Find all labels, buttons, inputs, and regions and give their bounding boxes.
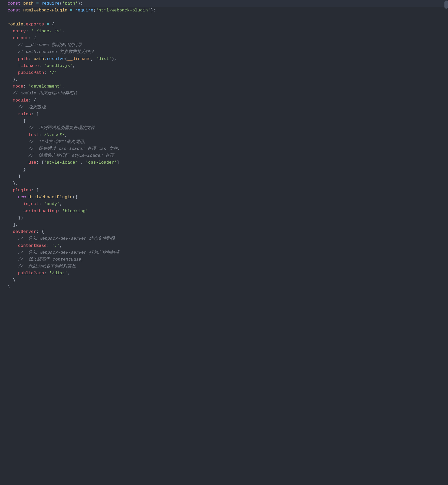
token-str: 'style-loader' bbox=[44, 160, 80, 165]
code-line[interactable] bbox=[8, 14, 448, 21]
token-punct: : bbox=[26, 29, 31, 34]
token-prop: mode bbox=[13, 84, 23, 89]
code-line[interactable]: rules: [ bbox=[8, 111, 448, 118]
code-line[interactable]: test: /\.css$/, bbox=[8, 132, 448, 138]
token-cmt: // 规则数组 bbox=[18, 105, 46, 110]
token-punct: : { bbox=[29, 36, 36, 40]
code-line[interactable]: // 规则数组 bbox=[8, 104, 448, 111]
code-line[interactable]: // 告知 webpack-dev-server 打包产物的路径 bbox=[8, 249, 448, 256]
token-punct bbox=[8, 160, 29, 165]
line-number bbox=[0, 21, 6, 28]
code-line[interactable]: entry: './index.js', bbox=[8, 28, 448, 35]
code-line[interactable]: const HtmlWebpackPlugin = require('html-… bbox=[8, 7, 448, 14]
code-line[interactable]: } bbox=[8, 166, 448, 173]
code-line[interactable]: // path.resolve 将参数拼接为路径 bbox=[8, 48, 448, 55]
token-punct: : [ bbox=[31, 188, 39, 193]
code-line[interactable]: plugins: [ bbox=[8, 187, 448, 194]
token-punct bbox=[8, 56, 18, 61]
token-punct: , bbox=[67, 271, 70, 276]
token-punct bbox=[8, 42, 18, 47]
token-cmt: // 即先通过 css-loader 处理 css 文件, bbox=[29, 146, 120, 151]
code-line[interactable]: // 即先通过 css-loader 处理 css 文件, bbox=[8, 145, 448, 152]
token-punct bbox=[8, 209, 23, 213]
token-prop: path bbox=[18, 56, 29, 61]
code-editor[interactable]: const path = require('path');const HtmlW… bbox=[0, 0, 448, 485]
token-var: path bbox=[23, 1, 34, 6]
line-number bbox=[0, 41, 6, 48]
token-punct bbox=[8, 229, 13, 234]
code-line[interactable]: inject: 'body', bbox=[8, 201, 448, 207]
vertical-scrollbar[interactable] bbox=[444, 0, 448, 485]
token-punct bbox=[67, 8, 70, 13]
token-punct bbox=[8, 236, 18, 241]
token-op: = bbox=[47, 22, 49, 27]
code-line[interactable]: }) bbox=[8, 215, 448, 221]
token-cmt: // **从右到左**依次调用, bbox=[29, 139, 87, 144]
token-prop: output bbox=[13, 36, 28, 40]
token-punct: ( bbox=[93, 8, 96, 13]
code-line[interactable]: // 优先级高于 contentBase, bbox=[8, 256, 448, 263]
token-punct: : bbox=[23, 84, 28, 89]
code-line[interactable]: scriptLoading: 'blocking' bbox=[8, 208, 448, 215]
code-line[interactable]: module: { bbox=[8, 97, 448, 104]
token-punct: , bbox=[60, 202, 62, 206]
line-number bbox=[0, 83, 6, 90]
token-var: HtmlWebpackPlugin bbox=[23, 8, 67, 13]
code-line[interactable]: publicPath: '/' bbox=[8, 69, 448, 76]
token-prop: scriptLoading bbox=[23, 209, 57, 213]
code-line[interactable]: use: ['style-loader', 'css-loader'] bbox=[8, 159, 448, 166]
code-line[interactable]: output: { bbox=[8, 35, 448, 41]
code-line[interactable]: // 随后将产物进行 style-loader 处理 bbox=[8, 152, 448, 159]
code-line[interactable]: }, bbox=[8, 180, 448, 187]
code-line[interactable]: const path = require('path'); bbox=[8, 0, 448, 7]
code-line[interactable]: ], bbox=[8, 221, 448, 228]
code-line[interactable]: filename: 'bundle.js', bbox=[8, 62, 448, 69]
code-area[interactable]: const path = require('path');const HtmlW… bbox=[7, 0, 448, 485]
scrollbar-thumb[interactable] bbox=[444, 1, 448, 9]
code-line[interactable]: ] bbox=[8, 173, 448, 180]
code-line[interactable]: module.exports = { bbox=[8, 21, 448, 28]
token-punct: ], bbox=[8, 222, 18, 227]
token-punct: , bbox=[62, 84, 65, 89]
token-prop: entry bbox=[13, 29, 26, 34]
token-str: 'dist' bbox=[96, 56, 111, 61]
code-line[interactable]: path: path.resolve(__dirname, 'dist'), bbox=[8, 55, 448, 62]
token-punct bbox=[8, 125, 29, 130]
token-punct: : bbox=[29, 56, 34, 61]
line-number bbox=[0, 208, 6, 215]
token-punct bbox=[8, 202, 23, 206]
code-line[interactable]: { bbox=[8, 118, 448, 124]
line-number bbox=[0, 270, 6, 277]
code-line[interactable]: // module 用来处理不同类模块 bbox=[8, 90, 448, 97]
token-punct: } bbox=[8, 278, 16, 283]
code-line[interactable]: // **从右到左**依次调用, bbox=[8, 138, 448, 145]
token-prop: publicPath bbox=[18, 70, 44, 75]
token-punct: ( bbox=[60, 1, 62, 6]
code-line[interactable]: }, bbox=[8, 76, 448, 83]
code-line[interactable]: devServer: { bbox=[8, 228, 448, 235]
token-prop: use bbox=[29, 160, 36, 165]
line-number bbox=[0, 152, 6, 159]
token-punct: ), bbox=[111, 56, 117, 61]
code-line[interactable]: // 此处为域名下的绝对路径 bbox=[8, 263, 448, 270]
code-line[interactable]: new HtmlWebpackPlugin({ bbox=[8, 194, 448, 201]
token-punct: }, bbox=[8, 77, 18, 82]
token-punct: : bbox=[39, 63, 44, 68]
code-line[interactable]: // __dirname 指明项目的目录 bbox=[8, 41, 448, 48]
token-str: 'css-loader' bbox=[86, 160, 117, 165]
token-prop: rules bbox=[18, 112, 31, 117]
token-punct bbox=[44, 22, 47, 27]
code-line[interactable]: mode: 'development', bbox=[8, 83, 448, 90]
token-punct: , bbox=[80, 160, 86, 165]
token-cmt: // 优先级高于 contentBase, bbox=[18, 257, 84, 262]
code-line[interactable]: } bbox=[8, 277, 448, 284]
token-punct bbox=[8, 29, 13, 34]
token-prop: test bbox=[29, 133, 39, 137]
token-cmt: // module 用来处理不同类模块 bbox=[13, 91, 78, 96]
code-line[interactable]: contentBase: '.', bbox=[8, 242, 448, 249]
code-line[interactable]: } bbox=[8, 284, 448, 291]
code-line[interactable]: publicPath: '/dist', bbox=[8, 270, 448, 277]
code-line[interactable]: // 正则语法检测需要处理的文件 bbox=[8, 124, 448, 131]
code-line[interactable]: // 告知 webpack-dev-server 静态文件路径 bbox=[8, 235, 448, 242]
token-punct: . bbox=[44, 56, 47, 61]
